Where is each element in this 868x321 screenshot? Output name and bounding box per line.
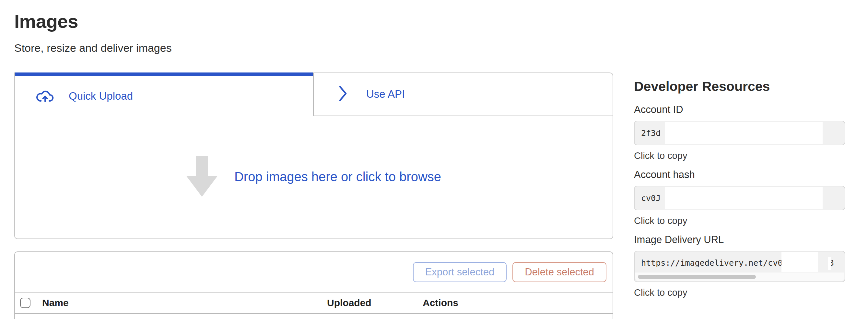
tab-use-api-label: Use API — [366, 88, 405, 100]
upload-card: Quick Upload Use API Drop images here or… — [14, 72, 613, 239]
redaction-overlay — [665, 187, 823, 209]
column-header-actions: Actions — [423, 297, 458, 308]
redaction-overlay — [781, 252, 818, 273]
image-dropzone[interactable]: Drop images here or click to browse — [15, 116, 613, 238]
image-delivery-url-copy-hint: Click to copy — [634, 287, 845, 298]
horizontal-scrollbar — [635, 272, 844, 281]
account-id-field[interactable]: 2f3d — [634, 121, 845, 145]
image-delivery-url-field[interactable]: https://imagedelivery.net/cv0JSj 3 — [634, 251, 845, 282]
redaction-overlay — [665, 122, 823, 144]
account-id-copy-hint: Click to copy — [634, 150, 845, 161]
tab-bar: Quick Upload Use API — [15, 72, 613, 116]
cloud-upload-icon — [36, 89, 55, 104]
developer-resources-title: Developer Resources — [634, 79, 845, 94]
account-id-value: 2f3d — [641, 129, 660, 138]
dropzone-label: Drop images here or click to browse — [234, 170, 441, 184]
account-hash-copy-hint: Click to copy — [634, 215, 845, 226]
url-tail-fragment: 3 — [829, 258, 834, 268]
account-hash-field[interactable]: cv0J — [634, 186, 845, 210]
table-header: Name Uploaded Actions — [15, 293, 613, 314]
column-header-uploaded: Uploaded — [327, 297, 423, 308]
page-subtitle: Store, resize and deliver images — [14, 42, 613, 55]
page-title: Images — [14, 12, 613, 31]
arrow-down-icon — [186, 156, 217, 198]
export-selected-button[interactable]: Export selected — [413, 262, 507, 282]
bulk-actions-row: Export selected Delete selected — [15, 252, 613, 293]
image-delivery-url-value: https://imagedelivery.net/cv0JSj — [641, 258, 797, 268]
tab-quick-upload-label: Quick Upload — [69, 90, 133, 102]
delete-selected-button[interactable]: Delete selected — [513, 262, 607, 282]
image-delivery-url-label: Image Delivery URL — [634, 234, 845, 246]
horizontal-scrollbar-thumb[interactable] — [638, 275, 756, 279]
tab-quick-upload[interactable]: Quick Upload — [15, 72, 313, 116]
account-id-label: Account ID — [634, 104, 845, 115]
account-hash-label: Account hash — [634, 169, 845, 181]
chevron-right-icon — [338, 84, 348, 104]
account-hash-value: cv0J — [641, 193, 660, 203]
developer-resources-panel: Developer Resources Account ID 2f3d Clic… — [634, 79, 845, 298]
main-column: Images Store, resize and deliver images … — [14, 0, 613, 319]
tab-use-api[interactable]: Use API — [313, 72, 613, 116]
select-all-cell — [20, 298, 30, 308]
column-header-name: Name — [42, 297, 327, 308]
images-list-card: Export selected Delete selected Name Upl… — [14, 251, 613, 319]
select-all-checkbox[interactable] — [20, 298, 30, 308]
